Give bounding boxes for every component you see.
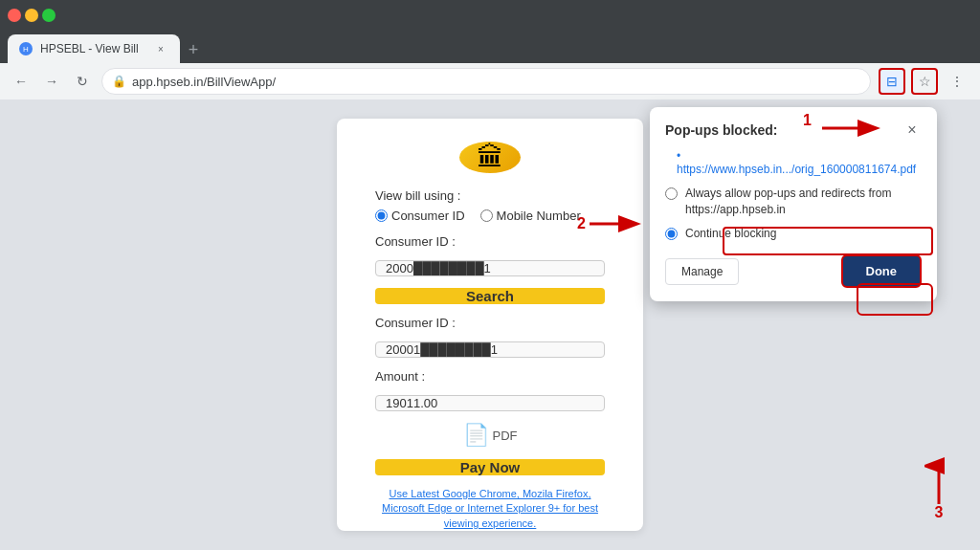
minimize-window-btn[interactable] xyxy=(25,9,38,22)
continue-blocking-label: Continue blocking xyxy=(685,226,776,242)
tab-favicon: H xyxy=(19,42,33,55)
pay-now-button[interactable]: Pay Now xyxy=(375,459,605,475)
pdf-download-row: 📄 PDF xyxy=(463,423,518,448)
consumer-id-label-2: Consumer ID : xyxy=(375,316,605,330)
allow-popups-option[interactable]: Always allow pop-ups and redirects from … xyxy=(665,186,922,218)
consumer-id-input-1[interactable] xyxy=(375,260,605,276)
bookmark-btn[interactable]: ☆ xyxy=(911,68,938,95)
pdf-icon: 📄 xyxy=(463,423,489,448)
tab-title: HPSEBL - View Bill xyxy=(40,42,139,55)
consumer-id-radio[interactable] xyxy=(375,209,388,222)
popup-blocked-dialog: Pop-ups blocked: × https://www.hpseb.in.… xyxy=(650,107,937,301)
blocked-url-link[interactable]: https://www.hpseb.in.../orig_16000081167… xyxy=(665,149,922,176)
address-input[interactable]: 🔒 app.hpseb.in/BillViewApp/ xyxy=(101,68,871,95)
manage-button[interactable]: Manage xyxy=(665,258,739,285)
view-bill-label: View bill using : xyxy=(375,188,460,203)
tab-bar: H HPSEBL - View Bill × + xyxy=(0,31,980,63)
popup-title: Pop-ups blocked: xyxy=(665,122,777,138)
url-text: app.hpseb.in/BillViewApp/ xyxy=(132,75,276,89)
forward-btn[interactable]: → xyxy=(40,70,63,93)
lock-icon: 🔒 xyxy=(112,75,126,88)
logo-icon: 🏛 xyxy=(477,142,503,173)
browser-actions: ⊟ ☆ ⋮ xyxy=(879,68,970,95)
popup-close-btn[interactable]: × xyxy=(902,121,922,140)
popup-options: Always allow pop-ups and redirects from … xyxy=(665,186,922,241)
mobile-radio-label: Mobile Number xyxy=(497,209,581,223)
address-bar: ← → ↻ 🔒 app.hpseb.in/BillViewApp/ ⊟ ☆ ⋮ xyxy=(0,63,980,99)
continue-blocking-radio[interactable] xyxy=(665,228,678,240)
continue-blocking-option[interactable]: Continue blocking xyxy=(665,226,922,242)
popup-header: Pop-ups blocked: × xyxy=(665,121,922,140)
browser-chrome: H HPSEBL - View Bill × + ← → ↻ 🔒 app.hps… xyxy=(0,0,980,99)
consumer-id-label-1: Consumer ID : xyxy=(375,234,605,249)
annotation-3-label: 3 xyxy=(935,504,944,521)
amount-label: Amount : xyxy=(375,369,605,384)
bill-view-card: 🏛 View bill using : Consumer ID Mobile N… xyxy=(337,119,643,531)
maximize-window-btn[interactable] xyxy=(42,9,56,22)
arrow-3-svg xyxy=(924,456,953,504)
main-content: 🏛 View bill using : Consumer ID Mobile N… xyxy=(0,99,980,550)
allow-popups-label: Always allow pop-ups and redirects from … xyxy=(685,186,922,218)
browser-menu-btn[interactable]: ⋮ xyxy=(944,68,970,95)
amount-input[interactable] xyxy=(375,395,605,411)
search-button[interactable]: Search xyxy=(375,288,605,304)
window-controls xyxy=(8,9,56,22)
title-bar xyxy=(0,0,980,31)
active-tab[interactable]: H HPSEBL - View Bill × xyxy=(8,34,180,63)
allow-popups-radio[interactable] xyxy=(665,187,678,200)
done-button[interactable]: Done xyxy=(841,254,923,288)
close-window-btn[interactable] xyxy=(8,9,21,22)
consumer-id-input-2[interactable] xyxy=(375,341,605,358)
consumer-id-radio-option[interactable]: Consumer ID xyxy=(375,209,465,223)
popup-actions: Manage Done xyxy=(665,254,922,288)
popup-blocker-btn[interactable]: ⊟ xyxy=(879,68,905,95)
reload-btn[interactable]: ↻ xyxy=(71,70,94,93)
mobile-radio[interactable] xyxy=(480,209,493,222)
annotation-3-group: 3 xyxy=(924,456,953,521)
tab-close-btn[interactable]: × xyxy=(153,41,168,56)
view-bill-label-row: View bill using : xyxy=(375,188,605,203)
consumer-id-radio-label: Consumer ID xyxy=(391,209,465,223)
pdf-label: PDF xyxy=(493,429,518,443)
logo: 🏛 xyxy=(459,142,521,173)
new-tab-btn[interactable]: + xyxy=(180,36,207,63)
radio-group: Consumer ID Mobile Number xyxy=(375,209,605,223)
back-btn[interactable]: ← xyxy=(10,70,33,93)
footer-text: Use Latest Google Chrome, Mozila Firefox… xyxy=(375,487,605,531)
mobile-radio-option[interactable]: Mobile Number xyxy=(480,209,581,223)
